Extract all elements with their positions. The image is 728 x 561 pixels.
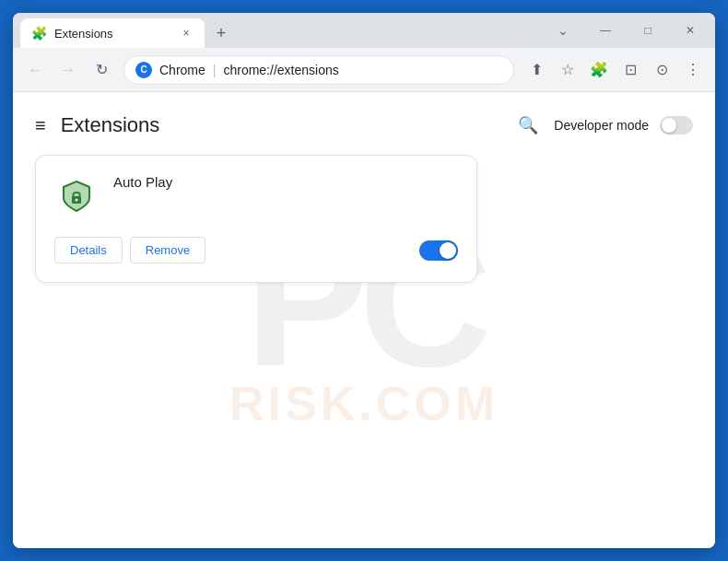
forward-button[interactable]: →	[53, 55, 83, 85]
card-bottom: Details Remove	[54, 237, 458, 263]
developer-mode-label: Developer mode	[554, 118, 649, 133]
extension-enable-toggle-knob	[440, 242, 456, 259]
remove-button[interactable]: Remove	[130, 237, 205, 263]
chrome-icon: C	[135, 62, 152, 78]
header-right: 🔍 Developer mode	[513, 111, 693, 140]
minimize-button[interactable]: —	[584, 13, 627, 48]
chrome-label: Chrome	[159, 63, 205, 77]
toolbar: ← → ↻ C Chrome | chrome://extensions ⬆ ☆…	[13, 48, 715, 92]
menu-button[interactable]: ⋮	[678, 55, 708, 85]
shield-icon	[58, 178, 95, 215]
address-bar[interactable]: C Chrome | chrome://extensions	[123, 55, 514, 85]
browser-window: 🧩 Extensions × + ⌄ — □ ✕ ← → ↻ C Chrome …	[13, 13, 715, 548]
active-tab[interactable]: 🧩 Extensions ×	[20, 18, 205, 48]
extension-enable-toggle[interactable]	[419, 240, 458, 261]
new-tab-button[interactable]: +	[208, 20, 234, 46]
window-controls: ⌄ — □ ✕	[542, 13, 715, 48]
chrome-icon-letter: C	[140, 64, 147, 75]
card-buttons: Details Remove	[54, 237, 205, 263]
sidebar-button[interactable]: ⊡	[616, 55, 645, 85]
extension-card: Auto Play Details Remove	[35, 155, 477, 283]
address-separator: |	[213, 63, 217, 77]
card-top: Auto Play	[54, 174, 458, 218]
extensions-list: Auto Play Details Remove	[13, 155, 715, 283]
search-button[interactable]: 🔍	[513, 111, 543, 140]
address-text: chrome://extensions	[223, 63, 502, 77]
window-dropdown-button[interactable]: ⌄	[542, 13, 584, 48]
toolbar-actions: ⬆ ☆ 🧩 ⊡ ⊙ ⋮	[522, 55, 708, 85]
page-content: PC RISK.COM ≡ Extensions 🔍 Developer mod…	[13, 92, 715, 548]
extension-info: Auto Play	[113, 174, 458, 193]
watermark-risk: RISK.COM	[229, 376, 499, 431]
tab-title: Extensions	[54, 27, 171, 41]
hamburger-menu-icon[interactable]: ≡	[35, 115, 46, 136]
developer-mode-toggle[interactable]	[660, 116, 693, 134]
extension-name: Auto Play	[113, 174, 458, 190]
reload-button[interactable]: ↻	[87, 55, 116, 85]
header-left: ≡ Extensions	[35, 113, 159, 137]
extensions-button[interactable]: 🧩	[584, 55, 614, 85]
extensions-header: ≡ Extensions 🔍 Developer mode	[13, 92, 715, 155]
tab-close-button[interactable]: ×	[179, 26, 194, 41]
back-button[interactable]: ←	[20, 55, 50, 85]
svg-point-1	[76, 199, 78, 202]
page-title: Extensions	[61, 113, 160, 137]
share-button[interactable]: ⬆	[522, 55, 551, 85]
profile-button[interactable]: ⊙	[647, 55, 676, 85]
tab-favicon: 🧩	[31, 26, 47, 41]
close-button[interactable]: ✕	[669, 13, 711, 48]
bookmark-button[interactable]: ☆	[553, 55, 582, 85]
maximize-button[interactable]: □	[627, 13, 669, 48]
developer-mode-toggle-knob	[662, 118, 676, 133]
extension-icon	[54, 174, 99, 218]
details-button[interactable]: Details	[54, 237, 123, 263]
title-bar: 🧩 Extensions × + ⌄ — □ ✕	[13, 13, 715, 48]
